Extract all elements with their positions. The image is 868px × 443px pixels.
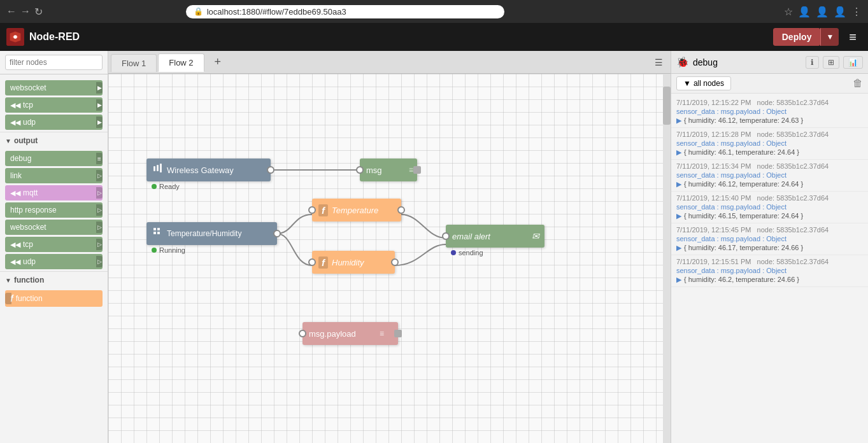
node-item-debug[interactable]: debug ≡	[5, 151, 103, 166]
http-response-label: http response	[10, 206, 57, 214]
msg-label: msg	[366, 165, 382, 175]
function-label: function	[14, 276, 44, 285]
tcp-out-right-port: ▷	[96, 239, 103, 250]
debug-clear-button[interactable]: 🗑	[853, 78, 863, 89]
node-item-tcp-in[interactable]: ◀◀ tcp ▶	[5, 97, 103, 113]
websocket-out-label: websocket	[10, 223, 46, 232]
debug-msg-content-5: { humidity: 46.2, temperature: 24.66 }	[684, 276, 799, 283]
reload-button[interactable]: ↻	[34, 6, 43, 18]
udp-in-icon: ◀◀	[10, 118, 20, 127]
debug-msg-body-1[interactable]: ▶ { humidity: 46.1, temperature: 24.64 }	[676, 148, 863, 157]
canvas-scroll-thumb[interactable]	[663, 87, 671, 125]
debug-msg-content-4: { humidity: 46.17, temperature: 24.66 }	[684, 244, 803, 251]
category-function[interactable]: ▼ function	[0, 271, 108, 288]
msg-payload-left-port	[299, 330, 306, 337]
debug-chart-button[interactable]: 📊	[843, 56, 863, 69]
debug-msg-body-3[interactable]: ▶ { humidity: 46.15, temperature: 24.64 …	[676, 212, 863, 220]
debug-msg-expand-0[interactable]: ▶	[676, 116, 681, 125]
svg-rect-5	[153, 228, 156, 230]
tab-flow1[interactable]: Flow 1	[111, 54, 157, 72]
websocket-out-right-port: ▷	[96, 222, 103, 233]
debug-msg-expand-2[interactable]: ▶	[676, 180, 681, 188]
udp-out-label: udp	[23, 257, 36, 266]
filter-nodes-input[interactable]	[5, 55, 103, 70]
add-tab-button[interactable]: +	[208, 53, 228, 71]
debug-message-5: 7/11/2019, 12:15:51 PM node: 5835b1c2.37…	[671, 255, 868, 287]
node-item-function[interactable]: f function	[5, 290, 103, 307]
tcp-in-label: tcp	[23, 101, 33, 109]
msg-payload-node[interactable]: msg.payload ≡	[302, 322, 398, 345]
udp-in-right-port: ▶	[96, 116, 103, 128]
wireless-gateway-node[interactable]: Wireless Gateway	[146, 158, 271, 181]
debug-message-1: 7/11/2019, 12:15:28 PM node: 5835b1c2.37…	[671, 128, 868, 160]
humidity-left-port	[308, 258, 316, 266]
temperature-node[interactable]: f Temperature	[312, 199, 401, 222]
udp-out-right-port: ▷	[96, 256, 103, 267]
debug-msg-body-2[interactable]: ▶ { humidity: 46.12, temperature: 24.64 …	[676, 180, 863, 188]
debug-panel-title: debug	[693, 57, 802, 67]
humidity-node[interactable]: f Humidity	[312, 251, 395, 274]
node-item-websocket-in[interactable]: websocket ▶	[5, 80, 103, 95]
back-button[interactable]: ←	[6, 6, 17, 18]
flow-canvas: Wireless Gateway Ready msg ≡ Temperature…	[108, 74, 671, 443]
all-nodes-button[interactable]: ▼ all nodes	[676, 76, 731, 90]
msg-payload-right-output	[394, 330, 402, 337]
debug-info-button[interactable]: ℹ	[806, 56, 819, 69]
temp-humidity-status-dot	[152, 248, 157, 253]
star-icon[interactable]: ☆	[784, 6, 793, 18]
temp-humidity-status: Running	[152, 246, 185, 254]
node-item-udp-out[interactable]: ◀◀ udp ▷	[5, 254, 103, 269]
debug-msg-body-5[interactable]: ▶ { humidity: 46.2, temperature: 24.66 }	[676, 276, 863, 284]
debug-msg-expand-5[interactable]: ▶	[676, 276, 681, 284]
hamburger-menu-button[interactable]: ≡	[844, 27, 862, 47]
deploy-button[interactable]: Deploy	[773, 28, 821, 46]
msg-left-port	[356, 166, 364, 174]
udp-in-label: udp	[23, 118, 36, 127]
wireless-gateway-right-port	[267, 166, 274, 174]
all-nodes-label: all nodes	[694, 79, 724, 88]
tab-menu-button[interactable]: ☰	[650, 55, 668, 70]
tcp-out-label: tcp	[23, 240, 33, 249]
msg-node[interactable]: msg ≡	[360, 158, 417, 181]
tcp-out-icon: ◀◀	[10, 241, 20, 249]
wireless-gateway-status-text: Ready	[159, 183, 180, 190]
nodered-icon	[6, 28, 24, 46]
debug-message-0: 7/11/2019, 12:15:22 PM node: 5835b1c2.37…	[671, 96, 868, 128]
filter-nodes-container	[0, 51, 108, 74]
canvas-vertical-scroll[interactable]	[663, 74, 671, 443]
category-output[interactable]: ▼ output	[0, 132, 108, 149]
humidity-icon: f	[318, 257, 328, 269]
function-node-label: function	[16, 294, 43, 303]
debug-msg-expand-3[interactable]: ▶	[676, 212, 681, 220]
debug-filter-button[interactable]: ⊞	[823, 56, 839, 69]
email-alert-node[interactable]: email alert ✉	[446, 225, 544, 248]
debug-msg-label-2: sensor_data : msg.payload : Object	[676, 171, 863, 179]
debug-msg-body-0[interactable]: ▶ { humidity: 46.12, temperature: 24.63 …	[676, 116, 863, 125]
tcp-in-icon: ◀◀	[10, 101, 20, 109]
email-alert-label: email alert	[452, 232, 490, 241]
websocket-in-right-port: ▶	[96, 82, 103, 94]
deploy-dropdown-button[interactable]: ▼	[820, 28, 839, 46]
forward-button[interactable]: →	[20, 6, 31, 18]
node-item-mqtt-out[interactable]: ◀◀ mqtt ▷	[5, 185, 103, 200]
function-arrow-icon: ▼	[5, 277, 11, 284]
debug-msg-content-0: { humidity: 46.12, temperature: 24.63 }	[684, 116, 803, 124]
wireless-gateway-icon	[153, 164, 163, 176]
debug-msg-expand-4[interactable]: ▶	[676, 244, 681, 252]
debug-msg-body-4[interactable]: ▶ { humidity: 46.17, temperature: 24.66 …	[676, 244, 863, 252]
node-item-http-response[interactable]: http response ▷	[5, 202, 103, 218]
debug-message-3: 7/11/2019, 12:15:40 PM node: 5835b1c2.37…	[671, 192, 868, 223]
svg-rect-6	[157, 228, 160, 230]
lock-icon: 🔒	[194, 7, 203, 16]
tab-flow2[interactable]: Flow 2	[158, 53, 204, 72]
debug-msg-expand-1[interactable]: ▶	[676, 148, 681, 157]
node-item-websocket-out[interactable]: websocket ▷	[5, 220, 103, 235]
settings-icon[interactable]: ⋮	[851, 6, 862, 18]
msg-right-output	[413, 166, 421, 174]
node-item-tcp-out[interactable]: ◀◀ tcp ▷	[5, 237, 103, 252]
node-item-udp-in[interactable]: ◀◀ udp ▶	[5, 115, 103, 130]
wireless-gateway-label: Wireless Gateway	[167, 165, 234, 175]
node-item-link[interactable]: link ▷	[5, 168, 103, 183]
temp-humidity-node[interactable]: Temperature/Humidity	[146, 222, 277, 245]
debug-msg-header-1: 7/11/2019, 12:15:28 PM node: 5835b1c2.37…	[676, 130, 863, 138]
